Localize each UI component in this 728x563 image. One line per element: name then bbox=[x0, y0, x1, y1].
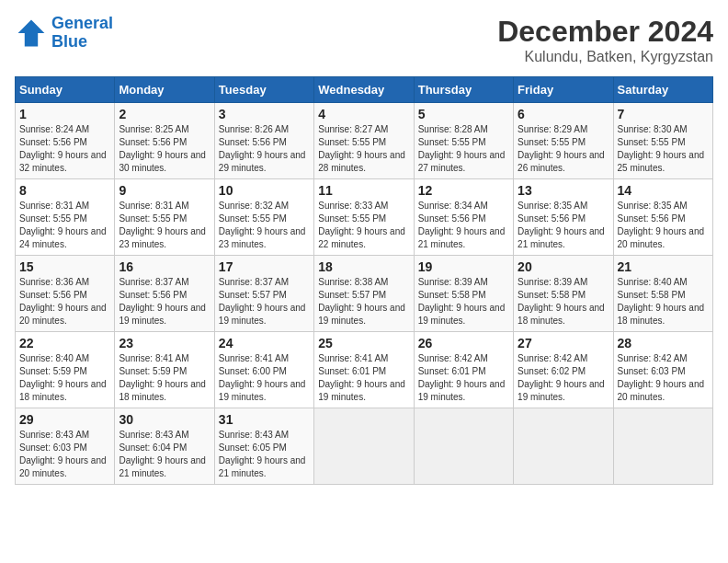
calendar-cell: 2 Sunrise: 8:25 AM Sunset: 5:56 PM Dayli… bbox=[115, 103, 214, 179]
day-info: Sunrise: 8:25 AM Sunset: 5:56 PM Dayligh… bbox=[119, 123, 210, 175]
day-number: 19 bbox=[418, 259, 509, 274]
day-number: 23 bbox=[119, 336, 210, 350]
day-info: Sunrise: 8:41 AM Sunset: 6:01 PM Dayligh… bbox=[318, 352, 409, 404]
calendar-cell: 30 Sunrise: 8:43 AM Sunset: 6:04 PM Dayl… bbox=[115, 408, 214, 485]
page-header: General Blue December 2024 Kulundu, Batk… bbox=[15, 15, 713, 65]
day-number: 9 bbox=[119, 183, 210, 198]
day-header-wednesday: Wednesday bbox=[314, 77, 414, 103]
day-info: Sunrise: 8:39 AM Sunset: 5:58 PM Dayligh… bbox=[518, 276, 609, 327]
calendar-cell bbox=[613, 408, 712, 485]
calendar-table: SundayMondayTuesdayWednesdayThursdayFrid… bbox=[15, 76, 713, 485]
calendar-cell: 25 Sunrise: 8:41 AM Sunset: 6:01 PM Dayl… bbox=[314, 332, 414, 408]
day-info: Sunrise: 8:31 AM Sunset: 5:55 PM Dayligh… bbox=[119, 200, 210, 251]
calendar-week-1: 1 Sunrise: 8:24 AM Sunset: 5:56 PM Dayli… bbox=[16, 103, 713, 179]
calendar-cell: 17 Sunrise: 8:37 AM Sunset: 5:57 PM Dayl… bbox=[214, 256, 313, 332]
day-number: 15 bbox=[19, 259, 110, 274]
day-info: Sunrise: 8:39 AM Sunset: 5:58 PM Dayligh… bbox=[418, 276, 509, 327]
header-row: SundayMondayTuesdayWednesdayThursdayFrid… bbox=[16, 77, 713, 103]
calendar-cell: 26 Sunrise: 8:42 AM Sunset: 6:01 PM Dayl… bbox=[414, 332, 513, 408]
day-number: 31 bbox=[219, 412, 310, 427]
calendar-cell: 6 Sunrise: 8:29 AM Sunset: 5:55 PM Dayli… bbox=[514, 103, 613, 179]
svg-marker-0 bbox=[18, 19, 45, 46]
calendar-cell: 12 Sunrise: 8:34 AM Sunset: 5:56 PM Dayl… bbox=[414, 179, 513, 256]
calendar-cell bbox=[314, 408, 414, 485]
day-header-thursday: Thursday bbox=[414, 77, 513, 103]
calendar-cell: 24 Sunrise: 8:41 AM Sunset: 6:00 PM Dayl… bbox=[214, 332, 313, 408]
day-number: 2 bbox=[119, 107, 210, 121]
day-info: Sunrise: 8:31 AM Sunset: 5:55 PM Dayligh… bbox=[19, 200, 110, 251]
day-number: 17 bbox=[219, 259, 310, 274]
day-number: 12 bbox=[418, 183, 509, 198]
day-number: 20 bbox=[518, 259, 609, 274]
calendar-cell: 18 Sunrise: 8:38 AM Sunset: 5:57 PM Dayl… bbox=[314, 256, 414, 332]
day-number: 27 bbox=[518, 336, 609, 350]
day-info: Sunrise: 8:41 AM Sunset: 6:00 PM Dayligh… bbox=[219, 352, 310, 404]
day-info: Sunrise: 8:26 AM Sunset: 5:56 PM Dayligh… bbox=[219, 123, 310, 175]
day-number: 16 bbox=[119, 259, 210, 274]
calendar-cell: 9 Sunrise: 8:31 AM Sunset: 5:55 PM Dayli… bbox=[115, 179, 214, 256]
day-info: Sunrise: 8:24 AM Sunset: 5:56 PM Dayligh… bbox=[19, 123, 110, 175]
calendar-week-2: 8 Sunrise: 8:31 AM Sunset: 5:55 PM Dayli… bbox=[16, 179, 713, 256]
day-header-saturday: Saturday bbox=[613, 77, 712, 103]
day-number: 13 bbox=[518, 183, 609, 198]
calendar-cell: 4 Sunrise: 8:27 AM Sunset: 5:55 PM Dayli… bbox=[314, 103, 414, 179]
title-area: December 2024 Kulundu, Batken, Kyrgyzsta… bbox=[497, 15, 713, 65]
calendar-cell bbox=[414, 408, 513, 485]
day-number: 18 bbox=[318, 259, 409, 274]
location-title: Kulundu, Batken, Kyrgyzstan bbox=[497, 49, 713, 65]
day-number: 14 bbox=[618, 183, 709, 198]
day-info: Sunrise: 8:27 AM Sunset: 5:55 PM Dayligh… bbox=[318, 123, 409, 175]
day-number: 22 bbox=[19, 336, 110, 350]
logo-text: General Blue bbox=[51, 15, 113, 52]
calendar-cell: 8 Sunrise: 8:31 AM Sunset: 5:55 PM Dayli… bbox=[16, 179, 115, 256]
day-info: Sunrise: 8:35 AM Sunset: 5:56 PM Dayligh… bbox=[618, 200, 709, 251]
day-number: 7 bbox=[618, 107, 709, 121]
day-number: 3 bbox=[219, 107, 310, 121]
day-number: 5 bbox=[418, 107, 509, 121]
day-info: Sunrise: 8:43 AM Sunset: 6:03 PM Dayligh… bbox=[19, 429, 110, 480]
day-number: 26 bbox=[418, 336, 509, 350]
day-info: Sunrise: 8:34 AM Sunset: 5:56 PM Dayligh… bbox=[418, 200, 509, 251]
day-number: 30 bbox=[119, 412, 210, 427]
day-number: 29 bbox=[19, 412, 110, 427]
day-number: 6 bbox=[518, 107, 609, 121]
day-info: Sunrise: 8:28 AM Sunset: 5:55 PM Dayligh… bbox=[418, 123, 509, 175]
calendar-cell bbox=[514, 408, 613, 485]
calendar-week-3: 15 Sunrise: 8:36 AM Sunset: 5:56 PM Dayl… bbox=[16, 256, 713, 332]
calendar-cell: 14 Sunrise: 8:35 AM Sunset: 5:56 PM Dayl… bbox=[613, 179, 712, 256]
day-info: Sunrise: 8:43 AM Sunset: 6:05 PM Dayligh… bbox=[219, 429, 310, 480]
calendar-cell: 19 Sunrise: 8:39 AM Sunset: 5:58 PM Dayl… bbox=[414, 256, 513, 332]
calendar-week-5: 29 Sunrise: 8:43 AM Sunset: 6:03 PM Dayl… bbox=[16, 408, 713, 485]
calendar-week-4: 22 Sunrise: 8:40 AM Sunset: 5:59 PM Dayl… bbox=[16, 332, 713, 408]
day-info: Sunrise: 8:29 AM Sunset: 5:55 PM Dayligh… bbox=[518, 123, 609, 175]
day-info: Sunrise: 8:32 AM Sunset: 5:55 PM Dayligh… bbox=[219, 200, 310, 251]
calendar-cell: 7 Sunrise: 8:30 AM Sunset: 5:55 PM Dayli… bbox=[613, 103, 712, 179]
calendar-cell: 23 Sunrise: 8:41 AM Sunset: 5:59 PM Dayl… bbox=[115, 332, 214, 408]
day-info: Sunrise: 8:38 AM Sunset: 5:57 PM Dayligh… bbox=[318, 276, 409, 327]
day-info: Sunrise: 8:40 AM Sunset: 5:59 PM Dayligh… bbox=[19, 352, 110, 404]
calendar-cell: 22 Sunrise: 8:40 AM Sunset: 5:59 PM Dayl… bbox=[16, 332, 115, 408]
calendar-cell: 29 Sunrise: 8:43 AM Sunset: 6:03 PM Dayl… bbox=[16, 408, 115, 485]
calendar-cell: 1 Sunrise: 8:24 AM Sunset: 5:56 PM Dayli… bbox=[16, 103, 115, 179]
day-info: Sunrise: 8:37 AM Sunset: 5:57 PM Dayligh… bbox=[219, 276, 310, 327]
day-number: 10 bbox=[219, 183, 310, 198]
calendar-cell: 27 Sunrise: 8:42 AM Sunset: 6:02 PM Dayl… bbox=[514, 332, 613, 408]
calendar-cell: 3 Sunrise: 8:26 AM Sunset: 5:56 PM Dayli… bbox=[214, 103, 313, 179]
calendar-cell: 20 Sunrise: 8:39 AM Sunset: 5:58 PM Dayl… bbox=[514, 256, 613, 332]
day-number: 4 bbox=[318, 107, 409, 121]
day-number: 8 bbox=[19, 183, 110, 198]
day-header-sunday: Sunday bbox=[16, 77, 115, 103]
day-info: Sunrise: 8:42 AM Sunset: 6:02 PM Dayligh… bbox=[518, 352, 609, 404]
calendar-cell: 16 Sunrise: 8:37 AM Sunset: 5:56 PM Dayl… bbox=[115, 256, 214, 332]
day-info: Sunrise: 8:41 AM Sunset: 5:59 PM Dayligh… bbox=[119, 352, 210, 404]
logo: General Blue bbox=[15, 15, 113, 52]
calendar-cell: 11 Sunrise: 8:33 AM Sunset: 5:55 PM Dayl… bbox=[314, 179, 414, 256]
day-header-tuesday: Tuesday bbox=[214, 77, 313, 103]
calendar-cell: 13 Sunrise: 8:35 AM Sunset: 5:56 PM Dayl… bbox=[514, 179, 613, 256]
logo-icon bbox=[15, 17, 48, 50]
day-number: 1 bbox=[19, 107, 110, 121]
calendar-cell: 21 Sunrise: 8:40 AM Sunset: 5:58 PM Dayl… bbox=[613, 256, 712, 332]
day-info: Sunrise: 8:36 AM Sunset: 5:56 PM Dayligh… bbox=[19, 276, 110, 327]
day-number: 28 bbox=[618, 336, 709, 350]
day-number: 21 bbox=[618, 259, 709, 274]
